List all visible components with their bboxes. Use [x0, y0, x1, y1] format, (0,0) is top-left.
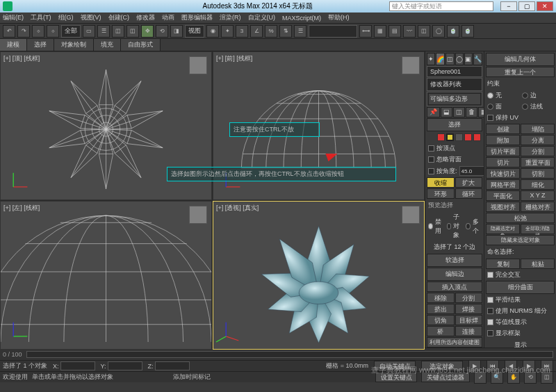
rollout-edit-edges[interactable]: 编辑边: [427, 268, 482, 281]
viewport-perspective[interactable]: [+] [透视] [真实]: [213, 201, 425, 350]
rollout-edit-geometry[interactable]: 编辑几何体: [486, 53, 555, 66]
target-weld-button[interactable]: 目标焊接: [455, 315, 483, 325]
detach-button[interactable]: 分离: [521, 135, 555, 145]
constraint-edge-radio[interactable]: 边: [521, 90, 555, 101]
split-button-2[interactable]: 分割: [521, 146, 555, 156]
select-button[interactable]: ▭: [83, 25, 95, 38]
make-unique-icon[interactable]: ◫: [453, 107, 465, 117]
viewport-top-label[interactable]: [+] [顶] [线框]: [3, 54, 40, 63]
schematic-view-button[interactable]: ◫: [418, 25, 430, 38]
modifier-list-dropdown[interactable]: 修改器列表: [427, 78, 482, 91]
msmooth-button[interactable]: 网格平滑: [486, 179, 520, 190]
tab-modeling[interactable]: 建模: [0, 39, 27, 51]
repeat-last-button[interactable]: 重复上一个: [486, 67, 555, 77]
by-angle-check[interactable]: 按角度:: [427, 165, 482, 177]
close-button[interactable]: ✕: [537, 1, 553, 11]
view-align-button[interactable]: 视图对齐: [486, 202, 520, 212]
maximize-button[interactable]: ▢: [518, 1, 535, 11]
link-button[interactable]: ⟐: [32, 25, 44, 38]
rollout-selection[interactable]: 选择: [427, 118, 482, 131]
named-selection-button[interactable]: ☰: [294, 25, 306, 38]
manipulate-button[interactable]: ✦: [221, 25, 234, 38]
tab-selection[interactable]: 选择: [27, 39, 54, 51]
xyz-buttons[interactable]: X Y Z: [521, 190, 555, 201]
rollout-soft-selection[interactable]: 软选择: [427, 254, 482, 267]
tessellate-button[interactable]: 细化: [521, 179, 555, 190]
full-interactivity-check[interactable]: 完全交互: [486, 270, 555, 280]
spinner-snap-toggle[interactable]: ⇅: [279, 25, 292, 38]
grow-button[interactable]: 扩大: [455, 177, 483, 188]
y-input[interactable]: [108, 361, 142, 370]
menu-graph-editors[interactable]: 图形编辑器: [181, 13, 213, 22]
rotate-button[interactable]: ⟲: [156, 25, 168, 38]
subobj-border-icon[interactable]: [455, 133, 463, 141]
make-planar-button[interactable]: 平面化: [486, 190, 520, 201]
loop-button[interactable]: 循环: [455, 188, 483, 199]
angle-snap-toggle[interactable]: ∠: [250, 25, 263, 38]
quickslice-button[interactable]: 快速切片: [486, 168, 520, 179]
window-crossing-button[interactable]: ◫: [126, 25, 139, 38]
slice-button[interactable]: 切片: [486, 157, 520, 168]
cut-button[interactable]: 切割: [521, 168, 555, 179]
menu-tools[interactable]: 工具(T): [31, 13, 51, 22]
tab-populate[interactable]: 填充: [94, 39, 121, 51]
curve-editor-button[interactable]: 〰: [403, 25, 416, 38]
create-shape-button[interactable]: 利用所选内容创建图形: [427, 337, 482, 348]
scale-button[interactable]: ◨: [170, 25, 183, 38]
select-region-button[interactable]: ◫: [112, 25, 124, 38]
menu-maxscript[interactable]: MAXScript(M): [282, 15, 321, 22]
move-button[interactable]: ✥: [141, 25, 154, 38]
modifier-item[interactable]: 可编辑多边形: [429, 94, 480, 104]
menu-edit[interactable]: 编辑(E): [3, 13, 24, 22]
cmdtab-hierarchy-icon[interactable]: ◫: [445, 53, 454, 65]
hide-unselected-button[interactable]: 隐藏未选定对象: [486, 235, 555, 245]
selection-filter[interactable]: 全部: [61, 25, 81, 38]
named-selection-input[interactable]: [309, 25, 357, 38]
menu-views[interactable]: 视图(V): [81, 13, 101, 22]
percent-snap-toggle[interactable]: %: [265, 25, 277, 38]
collapse-button[interactable]: 塌陷: [521, 124, 555, 134]
constraint-none-radio[interactable]: 无: [486, 90, 520, 101]
by-vertex-check[interactable]: 按顶点: [427, 143, 482, 154]
ring-button[interactable]: 环形: [427, 188, 455, 199]
show-end-result-icon[interactable]: ⬓: [441, 107, 452, 117]
cmdtab-display-icon[interactable]: ▣: [464, 53, 473, 65]
split-button[interactable]: 分割: [455, 293, 483, 303]
undo-button[interactable]: ↶: [3, 25, 15, 38]
snap-toggle[interactable]: 3: [236, 25, 248, 38]
use-nurms-check[interactable]: 使用 NURMS 细分: [486, 306, 555, 316]
subobj-element-icon[interactable]: [473, 133, 481, 141]
layer-manager-button[interactable]: ▤: [389, 25, 401, 38]
tab-object-paint[interactable]: 对象绘制: [54, 39, 94, 51]
subobj-polygon-icon[interactable]: [464, 133, 472, 141]
menu-modifiers[interactable]: 修改器: [136, 13, 155, 22]
weld-button[interactable]: 焊接: [455, 304, 483, 314]
menu-customize[interactable]: 自定义(U): [248, 13, 276, 22]
tab-freeform[interactable]: 自由形式: [121, 39, 161, 51]
viewcube-icon[interactable]: [402, 206, 420, 224]
paste-button[interactable]: 粘贴: [521, 259, 555, 269]
unhide-all-button[interactable]: 全部取消隐藏: [521, 224, 555, 234]
show-cage-check[interactable]: 显示框架: [486, 328, 555, 338]
modifier-stack[interactable]: 可编辑多边形: [427, 92, 482, 106]
extrude-button[interactable]: 挤出: [427, 304, 455, 314]
time-ruler[interactable]: [26, 351, 553, 358]
viewport-perspective-label[interactable]: [+] [透视] [真实]: [216, 204, 259, 213]
angle-input[interactable]: [459, 166, 484, 176]
viewcube-icon[interactable]: [189, 206, 207, 224]
render-button[interactable]: 🍵: [461, 25, 474, 38]
menu-rendering[interactable]: 渲染(R): [220, 13, 241, 22]
render-setup-button[interactable]: 🍵: [447, 25, 459, 38]
attach-button[interactable]: 附加: [486, 135, 520, 145]
chamfer-button[interactable]: 切角: [427, 315, 455, 325]
menu-create[interactable]: 创建(C): [108, 13, 130, 22]
select-name-button[interactable]: ☰: [97, 25, 110, 38]
pin-stack-icon[interactable]: 📌: [427, 107, 440, 117]
viewport-left[interactable]: [+] [左] [线框]: [0, 201, 212, 350]
menu-animation[interactable]: 动画: [162, 13, 174, 22]
rollout-subdivision[interactable]: 细分曲面: [486, 281, 555, 294]
add-time-tag[interactable]: 添加时间标记: [173, 373, 211, 382]
shrink-button[interactable]: 收缩: [427, 177, 455, 188]
subobj-edge-icon[interactable]: [446, 133, 454, 141]
ref-coord-system[interactable]: 视图: [185, 25, 204, 38]
